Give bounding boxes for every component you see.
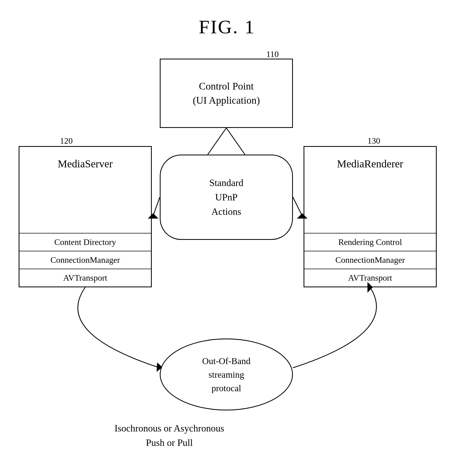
upnp-line3: Actions	[209, 204, 243, 219]
label-110: 110	[266, 49, 279, 59]
control-point-box: Control Point (UI Application)	[160, 59, 293, 128]
streaming-shape: Out-Of-Band streaming protocal	[160, 338, 293, 410]
avtransport-server-row: AVTransport	[19, 269, 151, 287]
streaming-line1: Out-Of-Band	[202, 354, 250, 368]
svg-line-2	[153, 197, 160, 216]
streaming-line2: streaming	[202, 368, 250, 381]
content-directory-row: Content Directory	[19, 233, 151, 251]
streaming-line3: protocal	[202, 381, 250, 395]
avtransport-renderer-row: AVTransport	[304, 269, 436, 287]
media-server-box: MediaServer Content Directory Connection…	[19, 146, 152, 287]
rendering-control-row: Rendering Control	[304, 233, 436, 251]
control-point-line1: Control Point	[193, 79, 260, 93]
page-title: FIG. 1	[0, 16, 454, 38]
label-120: 120	[60, 136, 73, 146]
streaming-subtitle: Isochronous or Asychronous Push or Pull	[114, 421, 224, 450]
media-server-services: Content Directory ConnectionManager AVTr…	[19, 233, 151, 287]
upnp-line1: Standard	[209, 176, 243, 190]
connection-manager-renderer-row: ConnectionManager	[304, 251, 436, 269]
media-renderer-title: MediaRenderer	[304, 147, 436, 175]
svg-line-4	[293, 197, 302, 216]
streaming-subtitle-line2: Push or Pull	[114, 435, 224, 450]
svg-line-1	[226, 128, 245, 155]
control-point-line2: (UI Application)	[193, 93, 260, 107]
connection-manager-server-row: ConnectionManager	[19, 251, 151, 269]
media-renderer-services: Rendering Control ConnectionManager AVTr…	[304, 233, 436, 287]
svg-line-0	[208, 128, 226, 155]
media-renderer-box: MediaRenderer Rendering Control Connecti…	[304, 146, 437, 287]
upnp-actions-shape: Standard UPnP Actions	[160, 155, 293, 240]
streaming-subtitle-line1: Isochronous or Asychronous	[114, 421, 224, 435]
label-130: 130	[367, 136, 380, 146]
upnp-line2: UPnP	[209, 190, 243, 204]
media-server-title: MediaServer	[19, 147, 151, 175]
